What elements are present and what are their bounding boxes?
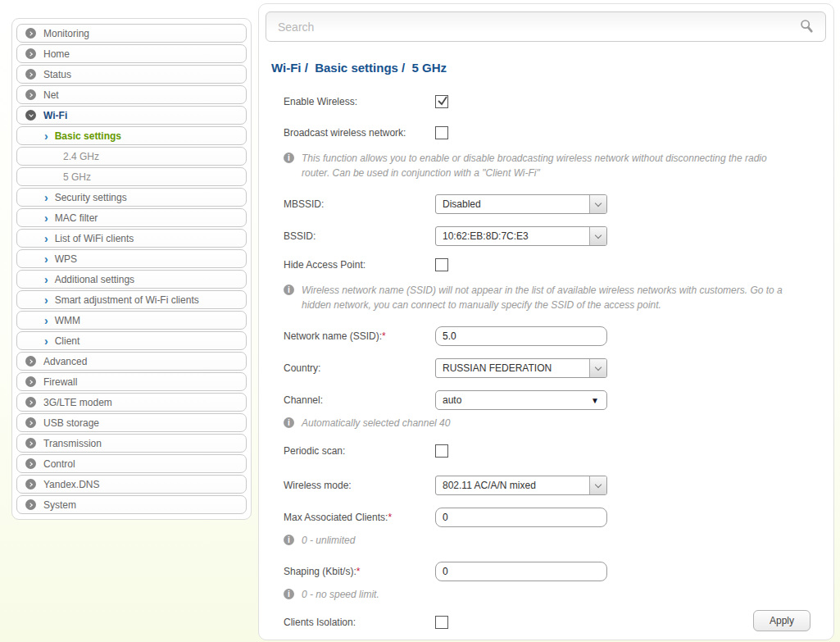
sidebar-item-mac-filter[interactable]: ›MAC filter [16, 208, 247, 227]
field-label: Broadcast wireless network: [284, 127, 435, 139]
info-note: iWireless network name (SSID) will not a… [284, 283, 785, 312]
main-panel: Wi-Fi / Basic settings / 5 GHz Enable Wi… [258, 3, 834, 640]
sidebar-item-basic-settings[interactable]: ›Basic settings [16, 126, 247, 145]
form-row-bssid: BSSID:10:62:EB:8D:7C:E3 [284, 226, 833, 246]
sidebar-item-label: Home [43, 48, 70, 60]
sidebar-item-home[interactable]: Home [16, 44, 247, 63]
field-label: Country: [284, 362, 435, 374]
sidebar-item-label: 5 GHz [63, 171, 91, 183]
channel-select[interactable]: auto▼ [435, 390, 607, 410]
enable-wireless-checkbox[interactable] [435, 95, 448, 108]
info-icon: i [284, 153, 294, 163]
sidebar-item-label: WPS [55, 253, 77, 265]
sidebar-item-wmm[interactable]: ›WMM [16, 311, 247, 330]
sidebar-item-label: Advanced [43, 356, 87, 367]
sidebar-item-3g-lte-modem[interactable]: 3G/LTE modem [16, 393, 247, 412]
circle-chevron-right-icon [25, 69, 36, 80]
field-label-text: Country: [284, 362, 320, 374]
circle-chevron-down-icon [25, 110, 36, 121]
field-label-text: Broadcast wireless network: [284, 127, 406, 139]
required-asterisk: * [356, 566, 361, 577]
field-label-text: Max Associated Clients: [284, 512, 388, 523]
sidebar-item-label: Net [43, 89, 59, 101]
field-label: Clients Isolation: [284, 617, 435, 628]
chevron-right-icon: › [44, 275, 48, 284]
sidebar-item-label: MAC filter [55, 212, 98, 224]
sidebar-item-transmission[interactable]: Transmission [16, 434, 247, 453]
form-row-country: Country:RUSSIAN FEDERATION [284, 358, 833, 378]
field-label: Enable Wireless: [284, 96, 435, 107]
circle-chevron-right-icon [25, 417, 36, 428]
network-name-ssid-input[interactable] [435, 326, 607, 346]
form-row-mbssid: MBSSID:Disabled [284, 194, 833, 214]
selected-value: 802.11 AC/A/N mixed [436, 480, 536, 491]
form-row-enable-wireless: Enable Wireless: [284, 95, 833, 108]
selected-value: Disabled [436, 198, 481, 210]
sidebar-item-label: List of WiFi clients [55, 233, 134, 244]
circle-chevron-right-icon [25, 479, 36, 489]
sidebar-item-label: Basic settings [55, 130, 121, 142]
country-select[interactable]: RUSSIAN FEDERATION [435, 358, 607, 378]
selected-value: RUSSIAN FEDERATION [436, 362, 552, 374]
dropdown-arrow-icon [589, 476, 606, 494]
chevron-right-icon: › [44, 132, 48, 140]
sidebar-item-status[interactable]: Status [16, 65, 247, 84]
mbssid-select[interactable]: Disabled [435, 194, 607, 214]
info-icon: i [284, 417, 294, 428]
note-text: Automatically selected channel 40 [302, 416, 450, 430]
field-label-text: Network name (SSID): [284, 330, 382, 342]
field-label: Channel: [284, 394, 435, 406]
field-label-text: Periodic scan: [284, 445, 345, 457]
form-row-wireless-mode: Wireless mode:802.11 AC/A/N mixed [284, 476, 833, 495]
broadcast-wireless-network-checkbox[interactable] [435, 126, 448, 139]
info-note: i0 - unlimited [284, 533, 785, 548]
max-associated-clients-input[interactable] [435, 508, 607, 527]
search-input[interactable] [266, 11, 826, 42]
sidebar-item-label: Control [43, 458, 75, 470]
wireless-mode-select[interactable]: 802.11 AC/A/N mixed [435, 476, 607, 495]
field-label-text: Shaping (Kbit/s): [284, 566, 356, 577]
field-label: Max Associated Clients:* [284, 512, 435, 523]
sidebar-item-wps[interactable]: ›WPS [16, 249, 247, 268]
field-label-text: MBSSID: [284, 198, 324, 210]
breadcrumb: Wi-Fi / Basic settings / 5 GHz [271, 61, 833, 75]
selected-value: auto [436, 394, 461, 406]
sidebar-item-additional-settings[interactable]: ›Additional settings [16, 270, 247, 289]
sidebar-item-wi-fi[interactable]: Wi-Fi [16, 106, 247, 125]
sidebar-item-net[interactable]: Net [16, 85, 247, 104]
info-note: iThis function allows you to enable or d… [284, 151, 785, 180]
info-icon: i [284, 589, 294, 599]
field-label: Periodic scan: [284, 445, 435, 457]
chevron-right-icon: › [44, 194, 48, 202]
form-row-periodic-scan: Periodic scan: [284, 444, 833, 458]
sidebar-item-label: Wi-Fi [43, 110, 67, 121]
form-row-channel: Channel:auto▼ [284, 390, 833, 410]
search-bar [266, 11, 826, 42]
periodic-scan-checkbox[interactable] [435, 444, 448, 458]
sidebar-item-control[interactable]: Control [16, 454, 247, 473]
sidebar-item-label: Client [55, 335, 80, 347]
sidebar-item-security-settings[interactable]: ›Security settings [16, 188, 247, 207]
sidebar-item-usb-storage[interactable]: USB storage [16, 413, 247, 432]
sidebar-item-monitoring[interactable]: Monitoring [16, 24, 247, 43]
apply-button[interactable]: Apply [753, 610, 810, 631]
circle-chevron-right-icon [25, 458, 36, 469]
chevron-right-icon: › [44, 234, 48, 243]
hide-access-point-checkbox[interactable] [435, 258, 448, 271]
sidebar-item-advanced[interactable]: Advanced [16, 352, 247, 371]
bssid-select[interactable]: 10:62:EB:8D:7C:E3 [435, 226, 607, 246]
sidebar-item-list-of-wifi-clients[interactable]: ›List of WiFi clients [16, 229, 247, 248]
sidebar-item-yandex-dns[interactable]: Yandex.DNS [16, 475, 247, 494]
clients-isolation-checkbox[interactable] [435, 616, 448, 629]
circle-chevron-right-icon [25, 397, 36, 408]
sidebar-item-5-ghz[interactable]: 5 GHz [16, 167, 247, 186]
shaping-input[interactable] [435, 562, 607, 581]
sidebar-item-system[interactable]: System [16, 495, 247, 514]
sidebar-item-label: Security settings [55, 192, 127, 203]
sidebar-item-firewall[interactable]: Firewall [16, 372, 247, 391]
sidebar-item-2-4-ghz[interactable]: 2.4 GHz [16, 147, 247, 166]
form-row-clients-isolation: Clients Isolation: [284, 616, 833, 629]
sidebar-item-smart-adjustment-of-wi-fi-clients[interactable]: ›Smart adjustment of Wi-Fi clients [16, 290, 247, 309]
dropdown-arrow-icon [589, 195, 606, 213]
sidebar-item-client[interactable]: ›Client [16, 331, 247, 350]
